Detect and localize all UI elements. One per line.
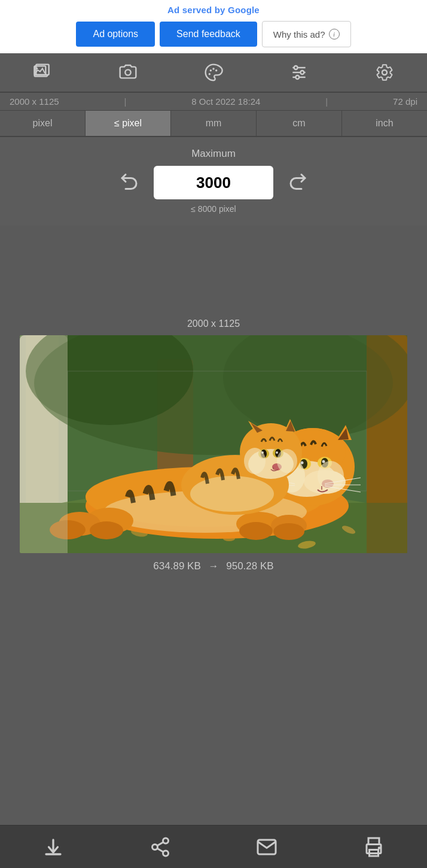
share-button[interactable] [144,830,177,864]
svg-point-46 [322,460,325,463]
download-button[interactable] [36,830,70,864]
svg-point-65 [239,522,273,540]
svg-point-4 [126,69,131,75]
svg-point-77 [276,451,278,454]
resize-input-container [154,166,273,199]
tab-cm[interactable]: cm [257,111,342,136]
resize-controls [10,166,417,199]
info-icon: i [329,29,340,40]
resize-label: Maximum [191,148,236,160]
image-date: 8 Oct 2022 18:24 [191,96,260,107]
ad-title-text: Ad served by [167,5,228,15]
ad-brand: Google [228,5,260,15]
file-size-arrow: → [209,560,219,572]
svg-point-64 [90,521,123,539]
ad-title: Ad served by Google [167,5,260,15]
file-size-from: 634.89 KB [153,560,200,572]
svg-point-7 [212,68,214,69]
print-button[interactable] [357,830,391,864]
preview-area: 2000 x 1125 [0,226,427,663]
info-bar: 2000 x 1125 | 8 Oct 2022 18:24 | 72 dpi [0,92,427,111]
svg-point-8 [215,69,217,71]
svg-point-97 [378,846,381,849]
ad-banner: Ad served by Google Ad options Send feed… [0,0,427,53]
ad-options-button[interactable]: Ad options [76,22,155,47]
info-divider-2: | [325,96,328,107]
app-container: 2000 x 1125 | 8 Oct 2022 18:24 | 72 dpi … [0,53,427,868]
why-this-ad-button[interactable]: Why this ad? i [262,21,351,47]
camera-icon[interactable] [114,58,142,87]
settings-icon[interactable] [370,58,399,87]
svg-point-90 [163,851,168,856]
main-toolbar [0,53,427,92]
svg-point-89 [152,844,157,849]
palette-icon[interactable] [199,58,228,87]
svg-rect-86 [367,335,407,553]
image-layers-icon[interactable] [28,58,57,87]
preview-dimensions-label: 2000 x 1125 [187,318,240,329]
svg-rect-94 [368,838,379,845]
resize-section: Maximum ≤ 8000 pixel [0,137,427,226]
ad-buttons: Ad options Send feedback Why this ad? i [7,21,420,47]
svg-point-12 [294,66,298,69]
svg-rect-85 [20,335,68,553]
tab-mm[interactable]: mm [171,111,257,136]
unit-tabs: pixel ≤ pixel mm cm inch [0,111,427,137]
svg-point-14 [295,75,299,79]
resize-hint: ≤ 8000 pixel [191,204,236,214]
svg-point-3 [36,68,38,69]
svg-point-82 [244,448,266,474]
why-this-ad-label: Why this ad? [273,29,325,40]
svg-point-13 [300,71,304,74]
info-divider-1: | [124,96,126,107]
svg-point-66 [273,523,304,540]
resize-input[interactable] [154,174,273,192]
sliders-icon[interactable] [285,58,313,87]
svg-point-83 [277,449,297,473]
svg-line-91 [157,848,163,852]
tab-pixel[interactable]: pixel [0,111,86,136]
svg-line-92 [157,842,163,845]
file-size-label: 634.89 KB → 950.28 KB [153,560,273,572]
bottom-toolbar [0,825,427,868]
svg-point-88 [163,838,168,843]
svg-point-5 [209,73,211,75]
tab-le-pixel[interactable]: ≤ pixel [86,111,171,136]
tiger-image[interactable] [20,335,407,553]
tab-inch[interactable]: inch [342,111,427,136]
spacer [0,663,427,825]
svg-point-45 [301,462,304,465]
image-dpi: 72 dpi [393,96,417,107]
svg-point-15 [382,70,387,75]
image-dimensions: 2000 x 1125 [10,96,59,107]
file-size-to: 950.28 KB [226,560,273,572]
mail-button[interactable] [250,830,283,864]
svg-point-6 [210,69,212,71]
svg-point-68 [190,476,274,512]
undo-button[interactable] [114,168,144,198]
send-feedback-button[interactable]: Send feedback [160,22,257,47]
redo-button[interactable] [283,168,313,198]
